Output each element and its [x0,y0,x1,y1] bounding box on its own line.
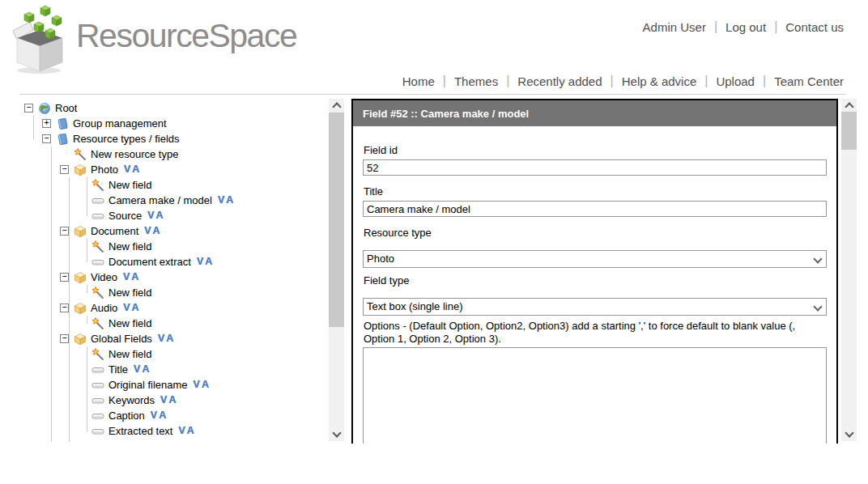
separator: | [611,74,614,88]
nav-link-upload[interactable]: Upload [716,74,755,88]
tree-item-label[interactable]: Document extract [108,256,193,268]
nav-link-recently-added[interactable]: Recently added [517,74,602,88]
user-link-contact-us[interactable]: Contact us [785,20,844,34]
options-textarea[interactable] [363,347,827,444]
tree-item-label[interactable]: Original filename [108,379,189,391]
form-scrollbar-down-button[interactable] [841,427,857,441]
collapse-node-icon[interactable]: − [60,227,69,236]
field-edit-panel: Field #52 :: Camera make / model Field i… [351,99,838,444]
move-down-icon[interactable]: V [158,333,164,344]
nav-link-team-center[interactable]: Team Center [774,74,844,88]
form-scrollbar-up-button[interactable] [841,99,857,113]
move-down-icon[interactable]: V [147,210,154,221]
move-up-icon[interactable]: A [187,426,194,436]
tree-item-label[interactable]: New field [108,240,153,253]
tree-item-label[interactable]: Photo [91,163,120,176]
user-link-log-out[interactable]: Log out [725,20,766,34]
separator: | [763,74,766,88]
tree-item-label[interactable]: Keywords [108,394,156,406]
wand-icon [91,287,105,299]
tree-scrollbar-down-button[interactable] [329,427,344,441]
tree-item-label[interactable]: Extracted text [108,425,174,437]
move-up-icon[interactable]: A [131,272,138,282]
form-scrollbar-thumb[interactable] [841,112,857,150]
tree-item-label[interactable]: Resource types / fields [73,133,181,145]
tree-item-label[interactable]: Audio [91,302,119,314]
collapse-node-icon[interactable]: − [60,273,69,282]
tree-scrollbar-up-button[interactable] [329,99,344,113]
form-scrollbar[interactable] [841,99,857,441]
tree-item-label[interactable]: New resource type [91,148,180,160]
resourcespace-admin-page: { "header": { "logo_text": "ResourceSpac… [0,0,868,484]
wand-icon [91,240,105,253]
move-up-icon[interactable]: A [153,226,160,236]
tree-item-label[interactable]: New field [108,317,153,329]
tree-row: +Group management [0,116,329,131]
logo-wordmark: ResourceSpace [76,19,296,64]
move-down-icon[interactable]: V [160,395,167,405]
move-up-icon[interactable]: A [202,380,209,390]
move-down-icon[interactable]: V [194,380,200,390]
move-down-icon[interactable]: V [124,164,130,175]
tree-item-label[interactable]: Video [91,271,119,283]
title-label: Title [364,185,827,198]
tree-row: New field [0,316,329,331]
move-up-icon[interactable]: A [226,195,233,206]
wand-icon [74,148,87,161]
tree-item-label[interactable]: New field [108,348,153,360]
tree-item-label[interactable]: Source [108,210,143,222]
move-up-icon[interactable]: A [205,257,212,267]
move-up-icon[interactable]: A [168,395,176,405]
tree-scrollbar[interactable] [329,99,344,441]
header-divider [20,94,846,95]
collapse-node-icon[interactable]: − [60,334,69,343]
move-down-icon[interactable]: V [144,226,151,236]
nav-link-home[interactable]: Home [402,74,435,88]
move-down-icon[interactable]: V [123,272,130,282]
collapse-node-icon[interactable]: − [60,165,69,174]
tree-row: New field [0,346,329,362]
nav-link-themes[interactable]: Themes [454,74,498,88]
tree-item-label[interactable]: Group management [73,117,168,129]
tree-item-label[interactable]: New field [108,287,153,299]
move-down-icon[interactable]: V [134,364,140,375]
tree-item-label[interactable]: Root [55,102,79,114]
resource-type-select[interactable]: Photo [363,250,827,268]
collapse-node-icon[interactable]: − [42,134,51,143]
user-links-bar: Admin User|Log out|Contact us [643,19,844,34]
move-down-icon[interactable]: V [151,410,157,421]
field-id-input[interactable] [363,159,827,176]
tree-row: Original filenameVA [0,377,329,393]
collapse-node-icon[interactable]: − [60,304,69,312]
move-down-icon[interactable]: V [123,303,130,313]
nav-link-help-advice[interactable]: Help & advice [622,74,697,88]
title-input[interactable] [363,201,827,217]
move-up-icon[interactable]: A [156,210,164,221]
tree-item-label[interactable]: Global Fields [91,333,154,345]
tree-item-label[interactable]: Camera make / model [108,194,214,206]
expand-node-icon[interactable]: + [42,119,51,128]
tree-row: CaptionVA [0,408,329,423]
move-up-icon[interactable]: A [132,303,139,313]
move-up-icon[interactable]: A [132,164,139,175]
field-icon [91,425,105,438]
move-down-icon[interactable]: V [218,195,224,206]
resourcespace-logo[interactable]: ResourceSpace [10,5,296,78]
tree-item-label[interactable]: Caption [108,410,147,422]
tree-row: −Resource types / fields [0,131,329,146]
user-link-admin-user[interactable]: Admin User [643,20,706,34]
tree-row: New field [0,285,329,300]
tree-item-label[interactable]: New field [108,179,153,191]
move-up-icon[interactable]: A [159,410,166,421]
field-type-select[interactable]: Text box (single line) [363,298,827,316]
separator: | [714,19,717,34]
collapse-node-icon[interactable]: − [24,104,33,113]
tree-item-label[interactable]: Document [91,225,140,237]
globe-icon [38,102,52,115]
move-down-icon[interactable]: V [178,426,185,436]
move-up-icon[interactable]: A [166,333,173,344]
move-down-icon[interactable]: V [197,257,203,267]
tree-scrollbar-thumb[interactable] [329,113,344,327]
tree-item-label[interactable]: Title [108,363,130,376]
move-up-icon[interactable]: A [142,364,149,375]
